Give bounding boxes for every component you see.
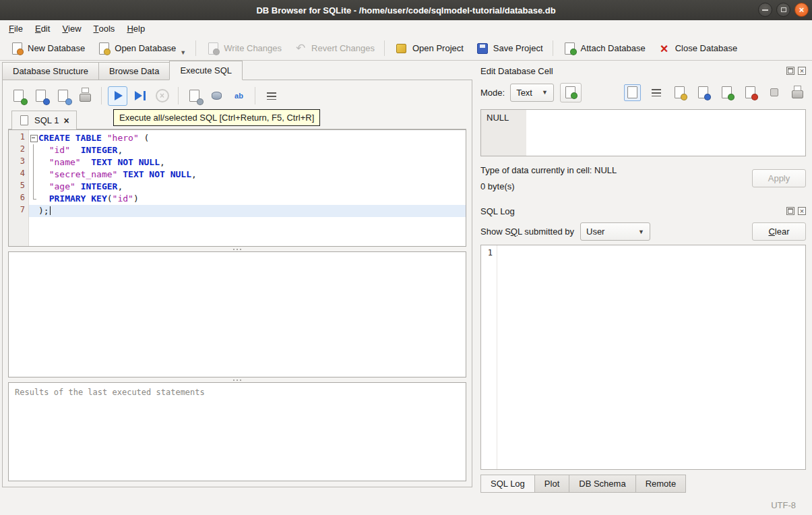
tab-sql-1[interactable]: SQL 1 × xyxy=(11,111,77,129)
code-line-2[interactable]: "id" INTEGER, xyxy=(29,144,466,156)
cell-info-row: Type of data currently in cell: NULL 0 b… xyxy=(480,165,806,191)
clear-button[interactable]: Clear xyxy=(752,222,806,241)
line-number: 2 xyxy=(9,144,28,156)
submitted-by-combobox[interactable]: User ▼ xyxy=(580,222,650,241)
close-button[interactable]: × xyxy=(794,3,809,17)
minimize-button[interactable] xyxy=(758,3,772,17)
stop-execution-icon xyxy=(152,86,172,106)
database-icon[interactable] xyxy=(207,86,226,106)
code-token: "hero" xyxy=(107,133,139,143)
window-title: DB Browser for SQLite - /home/user/code/… xyxy=(256,5,555,16)
open-project-button[interactable]: Open Project xyxy=(389,39,469,58)
save-sql-file-icon[interactable] xyxy=(31,86,51,106)
sql-log-title: SQL Log xyxy=(480,206,783,216)
splitter-handle[interactable] xyxy=(8,377,466,382)
dock-tab-sql-log[interactable]: SQL Log xyxy=(480,475,535,493)
close-database-button[interactable]: Close Database xyxy=(652,39,743,58)
tab-browse-data[interactable]: Browse Data xyxy=(98,62,170,80)
code-line-6[interactable]: PRIMARY KEY("id") xyxy=(29,193,466,205)
menu-view[interactable]: View xyxy=(56,20,87,36)
export-icon[interactable] xyxy=(742,84,759,101)
code-line-1[interactable]: CREATE TABLE "hero" ( xyxy=(29,132,466,144)
encoding-indicator[interactable]: UTF-8 xyxy=(771,500,796,510)
code-token: "age" xyxy=(49,181,75,191)
menu-file[interactable]: File xyxy=(3,20,29,36)
toolbar-separator xyxy=(255,87,255,104)
edit-cell-title: Edit Database Cell xyxy=(480,66,783,76)
save-project-button[interactable]: Save Project xyxy=(470,39,549,58)
code-token xyxy=(38,157,49,167)
cell-type-info: Type of data currently in cell: NULL xyxy=(480,165,752,175)
open-database-icon xyxy=(96,41,111,56)
auto-switch-mode-icon xyxy=(563,85,578,100)
tab-execute-sql[interactable]: Execute SQL xyxy=(169,61,243,80)
minimize-icon xyxy=(762,9,768,11)
code-text: CREATE TABLE "hero" ( xyxy=(38,132,149,144)
open-file-icon[interactable] xyxy=(671,84,688,101)
copy-icon[interactable] xyxy=(695,84,712,101)
export-results-icon[interactable] xyxy=(185,86,204,106)
line-number: 6 xyxy=(9,193,28,205)
revert-changes-label: Revert Changes xyxy=(311,43,375,53)
code-region[interactable]: CREATE TABLE "hero" ( "id" INTEGER, "nam… xyxy=(29,130,466,246)
execute-all-icon[interactable] xyxy=(108,86,127,106)
close-panel-icon[interactable] xyxy=(798,207,806,215)
log-line-number: 1 xyxy=(481,245,497,469)
code-token: INTEGER xyxy=(81,145,118,155)
text-cursor xyxy=(50,206,51,215)
code-line-3[interactable]: "name" TEXT NOT NULL, xyxy=(29,156,466,169)
maximize-button[interactable] xyxy=(776,3,790,17)
print-icon[interactable] xyxy=(75,86,95,106)
cell-value-editor[interactable]: NULL xyxy=(480,109,806,156)
find-replace-icon[interactable] xyxy=(229,86,249,106)
attach-database-label: Attach Database xyxy=(581,43,646,53)
dock-tab-remote[interactable]: Remote xyxy=(635,475,687,493)
splitter-handle[interactable] xyxy=(8,247,466,251)
code-token: ) xyxy=(133,193,139,204)
menu-edit[interactable]: Edit xyxy=(29,20,56,36)
titlebar[interactable]: DB Browser for SQLite - /home/user/code/… xyxy=(0,0,812,20)
sql-code-editor[interactable]: 1234567 CREATE TABLE "hero" ( "id" INTEG… xyxy=(8,129,466,247)
code-token: "id" xyxy=(49,145,70,155)
results-grid[interactable] xyxy=(8,251,466,377)
menu-help[interactable]: Help xyxy=(121,20,151,36)
tab-database-structure[interactable]: Database Structure xyxy=(2,62,99,80)
mode-combobox[interactable]: Text ▼ xyxy=(510,84,554,102)
app-window: DB Browser for SQLite - /home/user/code/… xyxy=(0,0,812,515)
execute-current-line-icon[interactable] xyxy=(130,86,150,106)
execute-sql-page: SQL 1 × 1234567 CREATE TABLE "hero" ( "i… xyxy=(2,80,472,487)
code-line-4[interactable]: "secret_name" TEXT NOT NULL, xyxy=(29,169,466,181)
open-database-button[interactable]: Open Database▼ xyxy=(91,39,191,58)
code-token: INTEGER xyxy=(81,181,118,191)
dropdown-caret-icon[interactable]: ▼ xyxy=(180,49,186,56)
save-sql-as-icon[interactable] xyxy=(53,86,73,106)
attach-database-button[interactable]: Attach Database xyxy=(557,39,651,58)
revert-changes-button: Revert Changes xyxy=(288,39,380,58)
dock-tab-db-schema[interactable]: DB Schema xyxy=(569,475,635,493)
float-panel-icon[interactable] xyxy=(786,67,794,75)
dock-tab-bar: SQL LogPlotDB SchemaRemote xyxy=(480,475,806,494)
toolbar-separator xyxy=(195,40,196,56)
main-toolbar: New DatabaseOpen Database▼Write ChangesR… xyxy=(0,36,812,61)
right-dock: Edit Database Cell Mode: Text ▼ NULL Typ… xyxy=(476,61,812,495)
menu-tools[interactable]: Tools xyxy=(88,20,121,36)
close-panel-icon[interactable] xyxy=(798,67,806,75)
sql-log-view[interactable]: 1 xyxy=(480,245,806,470)
print-icon[interactable] xyxy=(789,84,806,101)
dock-tab-plot[interactable]: Plot xyxy=(534,475,569,493)
fold-marker-icon[interactable] xyxy=(29,132,38,144)
code-line-5[interactable]: "age" INTEGER, xyxy=(29,181,466,193)
code-token: , xyxy=(160,157,165,167)
save-project-label: Save Project xyxy=(493,43,543,53)
close-tab-icon[interactable]: × xyxy=(63,116,69,125)
open-sql-file-icon[interactable] xyxy=(9,86,28,106)
text-mode-icon[interactable] xyxy=(624,84,641,101)
code-line-7[interactable]: ); xyxy=(29,205,466,217)
import-icon[interactable] xyxy=(718,84,735,101)
auto-switch-mode-button[interactable] xyxy=(560,83,582,102)
word-wrap-icon[interactable] xyxy=(261,86,281,106)
set-null-icon[interactable] xyxy=(766,84,782,101)
word-wrap-icon[interactable] xyxy=(648,84,664,101)
float-panel-icon[interactable] xyxy=(786,207,794,215)
new-database-button[interactable]: New Database xyxy=(4,39,90,58)
